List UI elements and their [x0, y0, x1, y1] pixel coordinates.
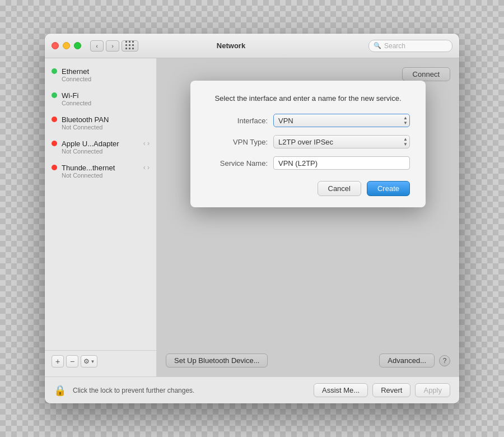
vpn-type-row: VPN Type: L2TP over IPSec PPTP Cisco IPS… [206, 135, 410, 148]
sidebar-controls: + − ⚙ ▼ [45, 350, 156, 372]
traffic-lights [52, 42, 81, 49]
bottom-action-buttons: Assist Me... Revert Apply [314, 383, 450, 397]
search-placeholder: Search [384, 42, 405, 50]
modal-buttons: Cancel Create [206, 181, 410, 196]
status-dot-thunderbolt [52, 165, 57, 170]
service-name-row: Service Name: [206, 156, 410, 170]
maximize-button[interactable] [74, 42, 81, 49]
lock-icon[interactable]: 🔒 [54, 384, 66, 397]
close-button[interactable] [52, 42, 59, 49]
sidebar-item-wifi[interactable]: Wi-Fi Connected [45, 87, 156, 111]
gear-chevron-icon: ▼ [91, 359, 95, 364]
sidebar-item-apple-usb-status: Not Connected [62, 148, 119, 155]
vpn-type-wrapper: L2TP over IPSec PPTP Cisco IPSec IKEv2 ▲… [273, 135, 410, 148]
sidebar-item-apple-usb-name: Apple U...Adapter [62, 140, 119, 148]
modal-description: Select the interface and enter a name fo… [206, 94, 410, 103]
status-dot-apple-usb [52, 141, 57, 146]
vpn-type-select[interactable]: L2TP over IPSec PPTP Cisco IPSec IKEv2 [273, 135, 410, 148]
vpn-type-label: VPN Type: [206, 138, 268, 146]
sidebar-item-apple-usb[interactable]: Apple U...Adapter Not Connected ‹ › [45, 135, 156, 159]
main-content: Ethernet Connected Wi-Fi Connected Bluet… [45, 58, 459, 376]
search-icon: 🔍 [374, 42, 381, 49]
modal-overlay: Select the interface and enter a name fo… [157, 58, 459, 376]
gear-icon: ⚙ [83, 357, 90, 365]
interface-select[interactable]: VPN [273, 114, 410, 127]
status-dot-ethernet [52, 68, 57, 74]
sidebar-item-ethernet[interactable]: Ethernet Connected [45, 63, 156, 87]
sidebar-item-thunderbolt[interactable]: Thunde...thernet Not Connected ‹ › [45, 159, 156, 183]
interface-select-wrapper: VPN ▲ ▼ [273, 114, 410, 127]
remove-service-button[interactable]: − [66, 355, 78, 368]
apply-button[interactable]: Apply [415, 383, 450, 397]
network-window: ‹ › Network 🔍 Search Ethernet Connected [45, 34, 459, 403]
minimize-button[interactable] [63, 42, 70, 49]
interface-label: Interface: [206, 117, 268, 125]
sidebar-item-bluetooth-pan[interactable]: Bluetooth PAN Not Connected [45, 111, 156, 135]
add-service-button[interactable]: + [52, 355, 64, 368]
assist-me-button[interactable]: Assist Me... [314, 383, 368, 397]
sidebar-item-bluetooth-name: Bluetooth PAN [62, 115, 109, 124]
apple-usb-arrows: ‹ › [143, 140, 150, 147]
sidebar-item-thunderbolt-status: Not Connected [62, 172, 115, 179]
create-button[interactable]: Create [367, 181, 410, 196]
search-bar[interactable]: 🔍 Search [368, 40, 452, 52]
service-name-label: Service Name: [206, 159, 268, 168]
sidebar-item-ethernet-status: Connected [62, 76, 91, 82]
service-name-input[interactable] [273, 156, 410, 170]
status-dot-wifi [52, 92, 57, 98]
sidebar-item-bluetooth-status: Not Connected [62, 124, 109, 131]
status-dot-bluetooth [52, 117, 57, 122]
cancel-button[interactable]: Cancel [318, 181, 361, 196]
sidebar-item-thunderbolt-name: Thunde...thernet [62, 164, 115, 172]
lock-text: Click the lock to prevent further change… [73, 387, 307, 394]
title-bar: ‹ › Network 🔍 Search [45, 34, 459, 58]
thunderbolt-arrows: ‹ › [143, 164, 150, 171]
sidebar-item-wifi-name: Wi-Fi [62, 91, 91, 100]
gear-button[interactable]: ⚙ ▼ [81, 355, 97, 368]
right-panel: Connect Set Up Bluetooth Device... Advan… [157, 58, 459, 376]
revert-button[interactable]: Revert [372, 383, 410, 397]
sidebar: Ethernet Connected Wi-Fi Connected Bluet… [45, 58, 157, 376]
sidebar-item-wifi-status: Connected [62, 100, 91, 106]
interface-row: Interface: VPN ▲ ▼ [206, 114, 410, 127]
add-service-modal: Select the interface and enter a name fo… [190, 81, 426, 207]
window-title: Network [94, 41, 368, 50]
bottom-bar: 🔒 Click the lock to prevent further chan… [45, 376, 459, 403]
sidebar-item-ethernet-name: Ethernet [62, 67, 91, 76]
